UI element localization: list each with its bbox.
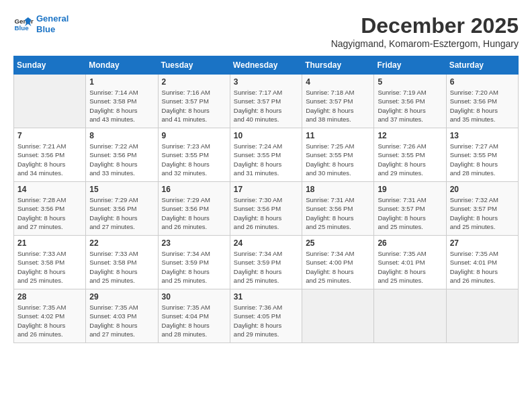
day-info: Sunrise: 7:34 AM Sunset: 3:59 PM Dayligh… [234, 249, 298, 285]
day-info: Sunrise: 7:29 AM Sunset: 3:56 PM Dayligh… [162, 195, 226, 231]
calendar-cell: 17Sunrise: 7:30 AM Sunset: 3:56 PM Dayli… [230, 182, 302, 236]
calendar-cell: 13Sunrise: 7:27 AM Sunset: 3:55 PM Dayli… [446, 128, 518, 182]
calendar-week-row: 7Sunrise: 7:21 AM Sunset: 3:56 PM Daylig… [14, 128, 519, 182]
day-info: Sunrise: 7:21 AM Sunset: 3:56 PM Dayligh… [17, 142, 82, 177]
day-number: 14 [17, 185, 82, 194]
calendar-body: 1Sunrise: 7:14 AM Sunset: 3:58 PM Daylig… [14, 75, 519, 343]
day-number: 15 [89, 185, 154, 194]
calendar-table: SundayMondayTuesdayWednesdayThursdayFrid… [13, 56, 519, 343]
day-info: Sunrise: 7:30 AM Sunset: 3:56 PM Dayligh… [234, 195, 298, 231]
day-info: Sunrise: 7:20 AM Sunset: 3:56 PM Dayligh… [450, 88, 515, 124]
weekday-header-friday: Friday [374, 56, 446, 75]
day-info: Sunrise: 7:26 AM Sunset: 3:55 PM Dayligh… [378, 142, 442, 177]
day-number: 20 [450, 185, 515, 194]
calendar-cell: 18Sunrise: 7:31 AM Sunset: 3:56 PM Dayli… [302, 182, 374, 236]
day-number: 19 [378, 185, 442, 194]
calendar-cell: 31Sunrise: 7:36 AM Sunset: 4:05 PM Dayli… [230, 289, 302, 343]
calendar-cell: 27Sunrise: 7:35 AM Sunset: 4:01 PM Dayli… [446, 236, 518, 289]
day-info: Sunrise: 7:35 AM Sunset: 4:01 PM Dayligh… [378, 249, 442, 285]
day-number: 7 [17, 131, 82, 140]
calendar-cell: 2Sunrise: 7:16 AM Sunset: 3:57 PM Daylig… [158, 75, 230, 128]
day-info: Sunrise: 7:32 AM Sunset: 3:57 PM Dayligh… [450, 195, 515, 231]
calendar-cell: 21Sunrise: 7:33 AM Sunset: 3:58 PM Dayli… [14, 236, 86, 289]
day-number: 31 [234, 292, 298, 302]
calendar-cell: 8Sunrise: 7:22 AM Sunset: 3:56 PM Daylig… [86, 128, 158, 182]
day-info: Sunrise: 7:34 AM Sunset: 4:00 PM Dayligh… [306, 249, 370, 285]
day-number: 18 [306, 185, 370, 194]
day-info: Sunrise: 7:34 AM Sunset: 3:59 PM Dayligh… [162, 249, 226, 285]
day-number: 9 [162, 131, 226, 140]
calendar-cell: 28Sunrise: 7:35 AM Sunset: 4:02 PM Dayli… [14, 289, 86, 343]
calendar-cell: 11Sunrise: 7:25 AM Sunset: 3:55 PM Dayli… [302, 128, 374, 182]
weekday-header-saturday: Saturday [446, 56, 518, 75]
day-info: Sunrise: 7:16 AM Sunset: 3:57 PM Dayligh… [162, 88, 226, 124]
calendar-cell: 9Sunrise: 7:23 AM Sunset: 3:55 PM Daylig… [158, 128, 230, 182]
svg-text:Blue: Blue [15, 24, 30, 32]
calendar-cell [14, 75, 86, 128]
day-number: 10 [234, 131, 298, 140]
weekday-header-monday: Monday [86, 56, 158, 75]
day-number: 29 [89, 292, 154, 302]
day-info: Sunrise: 7:29 AM Sunset: 3:56 PM Dayligh… [89, 195, 154, 231]
calendar-cell: 16Sunrise: 7:29 AM Sunset: 3:56 PM Dayli… [158, 182, 230, 236]
calendar-cell [446, 289, 518, 343]
day-info: Sunrise: 7:18 AM Sunset: 3:57 PM Dayligh… [306, 88, 370, 124]
day-info: Sunrise: 7:28 AM Sunset: 3:56 PM Dayligh… [17, 195, 82, 231]
calendar-cell: 20Sunrise: 7:32 AM Sunset: 3:57 PM Dayli… [446, 182, 518, 236]
day-number: 16 [162, 185, 226, 194]
day-number: 12 [378, 131, 442, 140]
day-number: 3 [234, 77, 298, 87]
logo-text: General Blue [36, 13, 69, 34]
day-info: Sunrise: 7:36 AM Sunset: 4:05 PM Dayligh… [234, 303, 298, 338]
day-info: Sunrise: 7:17 AM Sunset: 3:57 PM Dayligh… [234, 88, 298, 124]
calendar-cell: 15Sunrise: 7:29 AM Sunset: 3:56 PM Dayli… [86, 182, 158, 236]
calendar-cell: 26Sunrise: 7:35 AM Sunset: 4:01 PM Dayli… [374, 236, 446, 289]
calendar-cell: 1Sunrise: 7:14 AM Sunset: 3:58 PM Daylig… [86, 75, 158, 128]
calendar-week-row: 28Sunrise: 7:35 AM Sunset: 4:02 PM Dayli… [14, 289, 519, 343]
day-number: 8 [89, 131, 154, 140]
calendar-cell: 10Sunrise: 7:24 AM Sunset: 3:55 PM Dayli… [230, 128, 302, 182]
day-info: Sunrise: 7:23 AM Sunset: 3:55 PM Dayligh… [162, 142, 226, 177]
day-number: 1 [89, 77, 154, 87]
calendar-cell: 7Sunrise: 7:21 AM Sunset: 3:56 PM Daylig… [14, 128, 86, 182]
calendar-cell: 5Sunrise: 7:19 AM Sunset: 3:56 PM Daylig… [374, 75, 446, 128]
weekday-header-sunday: Sunday [14, 56, 86, 75]
calendar-cell: 14Sunrise: 7:28 AM Sunset: 3:56 PM Dayli… [14, 182, 86, 236]
day-info: Sunrise: 7:35 AM Sunset: 4:03 PM Dayligh… [89, 303, 154, 338]
calendar-week-row: 14Sunrise: 7:28 AM Sunset: 3:56 PM Dayli… [14, 182, 519, 236]
calendar-cell: 29Sunrise: 7:35 AM Sunset: 4:03 PM Dayli… [86, 289, 158, 343]
day-number: 13 [450, 131, 515, 140]
logo: General Blue General Blue [13, 13, 69, 34]
day-number: 26 [378, 238, 442, 248]
day-info: Sunrise: 7:19 AM Sunset: 3:56 PM Dayligh… [378, 88, 442, 124]
calendar-cell: 3Sunrise: 7:17 AM Sunset: 3:57 PM Daylig… [230, 75, 302, 128]
calendar-cell: 22Sunrise: 7:33 AM Sunset: 3:58 PM Dayli… [86, 236, 158, 289]
day-number: 2 [162, 77, 226, 87]
month-title: December 2025 [331, 13, 519, 38]
weekday-header-wednesday: Wednesday [230, 56, 302, 75]
calendar-cell: 25Sunrise: 7:34 AM Sunset: 4:00 PM Dayli… [302, 236, 374, 289]
calendar-cell [374, 289, 446, 343]
calendar-cell: 24Sunrise: 7:34 AM Sunset: 3:59 PM Dayli… [230, 236, 302, 289]
calendar-header: SundayMondayTuesdayWednesdayThursdayFrid… [14, 56, 519, 75]
day-number: 28 [17, 292, 82, 302]
logo-icon: General Blue [13, 14, 34, 34]
calendar-cell: 12Sunrise: 7:26 AM Sunset: 3:55 PM Dayli… [374, 128, 446, 182]
location-subtitle: Nagyigmand, Komarom-Esztergom, Hungary [331, 38, 519, 49]
calendar-cell: 19Sunrise: 7:31 AM Sunset: 3:57 PM Dayli… [374, 182, 446, 236]
day-number: 25 [306, 238, 370, 248]
day-number: 24 [234, 238, 298, 248]
calendar-cell: 23Sunrise: 7:34 AM Sunset: 3:59 PM Dayli… [158, 236, 230, 289]
calendar-cell: 4Sunrise: 7:18 AM Sunset: 3:57 PM Daylig… [302, 75, 374, 128]
day-number: 23 [162, 238, 226, 248]
day-info: Sunrise: 7:35 AM Sunset: 4:02 PM Dayligh… [17, 303, 82, 338]
day-info: Sunrise: 7:35 AM Sunset: 4:04 PM Dayligh… [162, 303, 226, 338]
day-info: Sunrise: 7:31 AM Sunset: 3:56 PM Dayligh… [306, 195, 370, 231]
day-info: Sunrise: 7:25 AM Sunset: 3:55 PM Dayligh… [306, 142, 370, 177]
calendar-cell: 6Sunrise: 7:20 AM Sunset: 3:56 PM Daylig… [446, 75, 518, 128]
day-info: Sunrise: 7:24 AM Sunset: 3:55 PM Dayligh… [234, 142, 298, 177]
day-info: Sunrise: 7:31 AM Sunset: 3:57 PM Dayligh… [378, 195, 442, 231]
day-info: Sunrise: 7:33 AM Sunset: 3:58 PM Dayligh… [89, 249, 154, 285]
day-number: 17 [234, 185, 298, 194]
page-header: General Blue General Blue December 2025 … [13, 13, 519, 49]
